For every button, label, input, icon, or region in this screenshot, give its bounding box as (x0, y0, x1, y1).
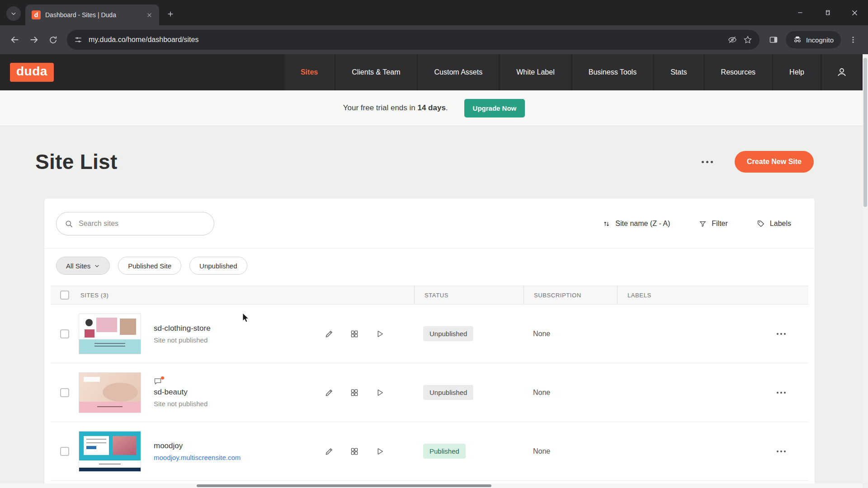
chip-published-site[interactable]: Published Site (118, 257, 181, 275)
apps-grid-icon[interactable] (350, 329, 359, 338)
site-thumbnail[interactable] (79, 431, 141, 472)
subscription-value: None (524, 330, 617, 338)
eye-off-icon[interactable] (728, 35, 737, 44)
subscription-value: None (524, 389, 617, 397)
site-name[interactable]: moodjoy (154, 441, 241, 450)
reload-button[interactable] (43, 30, 62, 49)
horizontal-scrollbar-thumb[interactable] (197, 484, 491, 487)
table-row: sd-beauty Site not published Unpublished… (51, 363, 808, 422)
filter-icon (699, 220, 707, 228)
horizontal-scrollbar[interactable] (0, 483, 863, 488)
card-toolbar: Site name (Z - A) Filter Labels (44, 198, 815, 249)
forward-button[interactable] (24, 30, 43, 49)
account-menu[interactable] (822, 54, 862, 90)
duda-logo[interactable]: duda (10, 63, 54, 82)
status-badge: Unpublished (423, 385, 473, 400)
header-status: STATUS (414, 286, 524, 304)
nav-item-resources[interactable]: Resources (705, 54, 772, 90)
status-badge: Published (423, 444, 466, 459)
row-checkbox[interactable] (60, 329, 69, 338)
vertical-scrollbar-thumb[interactable] (863, 58, 867, 207)
vertical-scrollbar[interactable] (863, 54, 868, 483)
edit-site-icon[interactable] (325, 388, 334, 397)
site-name[interactable]: sd-beauty (154, 388, 208, 397)
search-box[interactable] (56, 212, 214, 235)
duda-top-nav: duda Sites Clients & Team Custom Assets … (0, 54, 868, 90)
nav-item-help[interactable]: Help (773, 54, 821, 90)
window-minimize-button[interactable] (787, 0, 814, 25)
tab-search-button[interactable] (6, 6, 21, 21)
url-text[interactable]: my.duda.co/home/dashboard/sites (89, 36, 722, 44)
page-more-menu[interactable] (702, 161, 713, 163)
tag-icon (757, 220, 765, 228)
nav-item-custom-assets[interactable]: Custom Assets (418, 54, 499, 90)
tab-close-icon[interactable] (144, 9, 155, 20)
site-name[interactable]: sd-clothing-store (154, 324, 211, 333)
filter-chips: All Sites Published Site Unpublished (44, 249, 815, 275)
trial-banner-text: Your free trial ends in 14 days. (343, 103, 448, 113)
row-checkbox[interactable] (60, 388, 69, 397)
preview-play-icon[interactable] (375, 447, 384, 456)
table-header: SITES (3) STATUS SUBSCRIPTION LABELS (51, 286, 808, 305)
labels-control[interactable]: Labels (757, 220, 791, 228)
site-domain-link[interactable]: moodjoy.multiscreensite.com (154, 454, 241, 461)
back-button[interactable] (5, 30, 24, 49)
preview-play-icon[interactable] (375, 329, 384, 338)
window-restore-button[interactable] (814, 0, 841, 25)
chip-all-sites[interactable]: All Sites (56, 257, 110, 275)
chip-unpublished[interactable]: Unpublished (189, 257, 247, 275)
row-menu-icon[interactable] (769, 392, 808, 394)
tab-title: Dashboard - Sites | Duda (45, 11, 139, 19)
table-row: moodjoy moodjoy.multiscreensite.com Publ… (51, 422, 808, 481)
preview-play-icon[interactable] (375, 388, 384, 397)
nav-item-stats[interactable]: Stats (654, 54, 703, 90)
sort-label: Site name (Z - A) (615, 220, 670, 228)
sort-icon (603, 220, 610, 228)
nav-item-sites[interactable]: Sites (284, 54, 334, 90)
nav-item-business-tools[interactable]: Business Tools (572, 54, 653, 90)
apps-grid-icon[interactable] (350, 447, 359, 456)
url-bar[interactable]: my.duda.co/home/dashboard/sites (67, 30, 760, 50)
duda-favicon: d (32, 10, 41, 19)
new-tab-button[interactable] (163, 6, 178, 22)
filter-label: Filter (712, 220, 728, 228)
site-thumbnail[interactable] (79, 314, 141, 354)
row-menu-icon[interactable] (769, 333, 808, 335)
nav-item-white-label[interactable]: White Label (500, 54, 571, 90)
row-menu-icon[interactable] (769, 450, 808, 452)
search-input[interactable] (79, 220, 206, 228)
nav-items: Sites Clients & Team Custom Assets White… (283, 54, 862, 90)
header-sites: SITES (3) (79, 286, 414, 304)
nav-item-clients-team[interactable]: Clients & Team (335, 54, 416, 90)
upgrade-now-button[interactable]: Upgrade Now (464, 99, 525, 117)
incognito-label: Incognito (806, 36, 834, 44)
window-close-button[interactable] (841, 0, 868, 25)
comment-notification-icon[interactable] (154, 378, 163, 385)
status-badge: Unpublished (423, 326, 473, 341)
create-new-site-button[interactable]: Create New Site (735, 151, 814, 173)
bookmark-star-icon[interactable] (743, 35, 752, 44)
site-list-card: Site name (Z - A) Filter Labels All Site… (44, 198, 815, 488)
row-checkbox[interactable] (60, 447, 69, 456)
header-labels: LABELS (617, 286, 769, 304)
chevron-down-icon (10, 10, 17, 17)
labels-label: Labels (770, 220, 791, 228)
select-all-checkbox[interactable] (60, 291, 69, 300)
apps-grid-icon[interactable] (350, 388, 359, 397)
browser-tab-strip: d Dashboard - Sites | Duda (0, 0, 868, 25)
site-settings-icon[interactable] (74, 36, 82, 44)
browser-tab[interactable]: d Dashboard - Sites | Duda (25, 5, 159, 25)
browser-toolbar: my.duda.co/home/dashboard/sites Incognit… (0, 25, 868, 54)
table-row: sd-clothing-store Site not published Unp… (51, 305, 808, 363)
site-publish-state: Site not published (154, 336, 211, 344)
side-panel-icon[interactable] (764, 30, 783, 49)
browser-menu-icon[interactable] (844, 30, 863, 49)
filter-control[interactable]: Filter (699, 220, 728, 228)
site-thumbnail[interactable] (79, 372, 141, 413)
incognito-icon (793, 35, 802, 44)
edit-site-icon[interactable] (325, 447, 334, 456)
sort-control[interactable]: Site name (Z - A) (603, 220, 670, 228)
page-header: Site List Create New Site (35, 150, 814, 174)
chevron-down-icon (94, 263, 100, 269)
edit-site-icon[interactable] (325, 329, 334, 338)
